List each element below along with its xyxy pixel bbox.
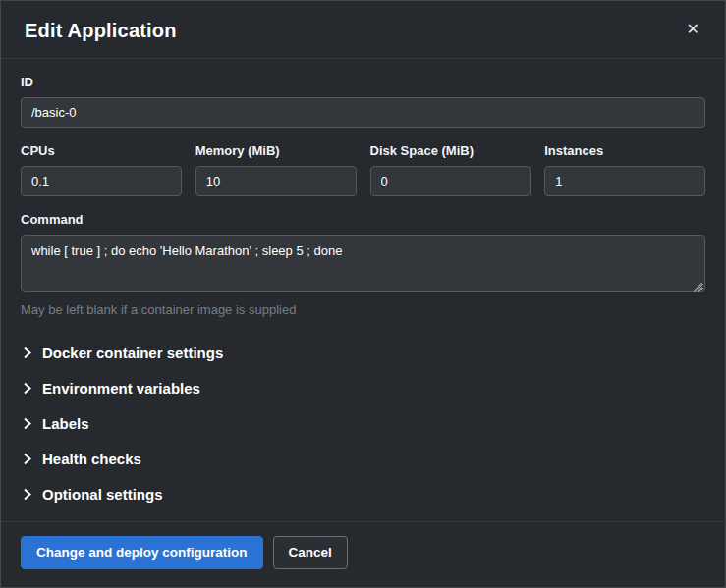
- cpus-input[interactable]: [21, 166, 182, 196]
- collapsible-sections: Docker container settings Environment va…: [21, 335, 705, 511]
- command-textarea-wrap: while [ true ] ; do echo 'Hello Marathon…: [21, 235, 705, 295]
- section-labels[interactable]: Labels: [21, 405, 705, 441]
- command-label: Command: [21, 212, 705, 227]
- section-label: Environment variables: [42, 380, 200, 397]
- memory-input[interactable]: [195, 166, 357, 196]
- command-help-text: May be left blank if a container image i…: [21, 302, 705, 317]
- resources-row: CPUs Memory (MiB) Disk Space (MiB) Insta…: [21, 143, 705, 196]
- cpus-label: CPUs: [21, 143, 182, 158]
- change-and-deploy-button[interactable]: Change and deploy configuration: [21, 536, 263, 569]
- disk-input[interactable]: [370, 166, 531, 196]
- close-icon[interactable]: ✕: [683, 20, 703, 39]
- section-label: Optional settings: [42, 486, 163, 503]
- command-field-group: Command while [ true ] ; do echo 'Hello …: [21, 212, 705, 317]
- section-health-checks[interactable]: Health checks: [21, 441, 705, 476]
- id-label: ID: [21, 75, 705, 89]
- chevron-right-icon: [23, 382, 31, 395]
- modal-title: Edit Application: [25, 20, 177, 42]
- section-label: Health checks: [42, 451, 141, 467]
- chevron-right-icon: [23, 347, 31, 359]
- disk-field-group: Disk Space (MiB): [370, 143, 531, 196]
- id-input[interactable]: [21, 97, 705, 128]
- edit-application-modal: Edit Application ✕ ID CPUs Memory (MiB) …: [0, 0, 726, 588]
- disk-label: Disk Space (MiB): [370, 143, 531, 158]
- modal-header: Edit Application ✕: [1, 1, 725, 59]
- section-label: Docker container settings: [42, 345, 223, 361]
- cpus-field-group: CPUs: [21, 143, 182, 196]
- memory-field-group: Memory (MiB): [195, 143, 357, 196]
- modal-footer: Change and deploy configuration Cancel: [1, 521, 725, 587]
- instances-input[interactable]: [544, 166, 705, 196]
- command-textarea[interactable]: while [ true ] ; do echo 'Hello Marathon…: [21, 235, 705, 292]
- modal-body: ID CPUs Memory (MiB) Disk Space (MiB) In…: [1, 59, 725, 521]
- section-optional-settings[interactable]: Optional settings: [21, 476, 705, 511]
- memory-label: Memory (MiB): [195, 143, 357, 158]
- section-environment-variables[interactable]: Environment variables: [21, 370, 705, 405]
- instances-label: Instances: [544, 143, 705, 158]
- cancel-button[interactable]: Cancel: [273, 536, 348, 569]
- chevron-right-icon: [23, 417, 31, 430]
- id-field-group: ID: [21, 75, 705, 128]
- chevron-right-icon: [23, 453, 31, 465]
- section-label: Labels: [42, 415, 89, 432]
- chevron-right-icon: [23, 488, 31, 501]
- instances-field-group: Instances: [544, 143, 705, 196]
- section-docker-container-settings[interactable]: Docker container settings: [21, 335, 705, 370]
